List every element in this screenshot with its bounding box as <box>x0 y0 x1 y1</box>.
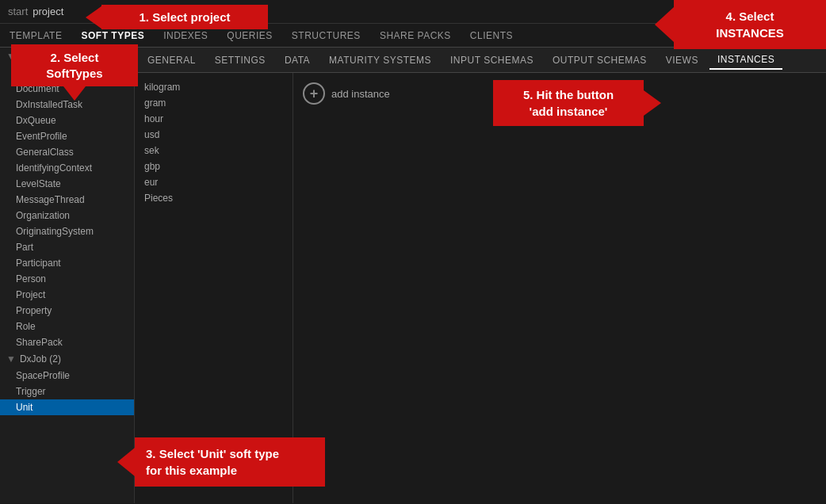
sidebar-item-role[interactable]: Role <box>0 319 134 334</box>
sidebar-item-messagethread[interactable]: MessageThread <box>0 192 134 208</box>
sidebar-item-originatingsystem[interactable]: OriginatingSystem <box>0 223 134 239</box>
sidebar-item-generalclass[interactable]: GeneralClass <box>0 144 134 160</box>
nav-tab-template[interactable]: TEMPLATE <box>6 29 65 43</box>
tab-views[interactable]: VIEWS <box>658 52 706 69</box>
tab-output-schemas[interactable]: OUTPUT SCHEMAS <box>545 52 655 69</box>
list-item-pieces[interactable]: Pieces <box>135 190 293 206</box>
tab-data[interactable]: DATA <box>277 52 318 69</box>
annotation-select-instances: 4. Select INSTANCES <box>674 0 826 49</box>
annotation-select-softtypes: 2. Select SoftTypes <box>11 44 138 86</box>
nav-tab-queries[interactable]: QUERIES <box>224 29 276 43</box>
sidebar-item-participant[interactable]: Participant <box>0 255 134 271</box>
nav-tab-sharepacks[interactable]: SHARE PACKS <box>377 29 454 43</box>
sidebar-item-eventprofile[interactable]: EventProfile <box>0 128 134 144</box>
nav-tab-indexes[interactable]: INDEXES <box>160 29 211 43</box>
nav-tab-clients[interactable]: CLIENTS <box>467 29 516 43</box>
project-label: project <box>33 6 63 17</box>
sidebar-item-project[interactable]: Project <box>0 287 134 303</box>
annotation-hit-button: 5. Hit the button 'add instance' <box>493 80 644 126</box>
tab-input-schemas[interactable]: INPUT SCHEMAS <box>442 52 541 69</box>
add-instance-icon: + <box>303 82 325 105</box>
sidebar: ▼ WorkItem (6) Contract Document DxInsta… <box>0 48 135 503</box>
tab-maturity[interactable]: MATURITY SYSTEMS <box>321 52 439 69</box>
sidebar-item-organization[interactable]: Organization <box>0 208 134 223</box>
start-label: start <box>8 6 28 17</box>
sidebar-group-dxjob[interactable]: ▼ DxJob (2) <box>0 350 134 368</box>
main-layout: ▼ WorkItem (6) Contract Document DxInsta… <box>0 48 826 503</box>
list-item-usd[interactable]: usd <box>135 127 293 143</box>
sidebar-item-part[interactable]: Part <box>0 239 134 255</box>
sidebar-item-dxqueue[interactable]: DxQueue <box>0 113 134 128</box>
content-area: GENERAL SETTINGS DATA MATURITY SYSTEMS I… <box>135 48 826 503</box>
sidebar-item-unit[interactable]: Unit <box>0 399 134 415</box>
tab-general[interactable]: GENERAL <box>140 52 204 69</box>
sidebar-item-property[interactable]: Property <box>0 303 134 319</box>
sidebar-item-spaceprofile[interactable]: SpaceProfile <box>0 368 134 384</box>
content-tabs: GENERAL SETTINGS DATA MATURITY SYSTEMS I… <box>135 48 826 73</box>
sidebar-item-person[interactable]: Person <box>0 271 134 287</box>
list-item-hour[interactable]: hour <box>135 111 293 127</box>
add-instance-button[interactable]: + add instance <box>303 82 390 105</box>
list-item-sek[interactable]: sek <box>135 143 293 158</box>
sidebar-item-trigger[interactable]: Trigger <box>0 384 134 399</box>
list-item-gbp[interactable]: gbp <box>135 158 293 174</box>
list-item-gram[interactable]: gram <box>135 95 293 111</box>
list-item-kilogram[interactable]: kilogram <box>135 79 293 95</box>
instances-panel: + add instance <box>293 73 826 503</box>
add-instance-label: add instance <box>331 88 390 100</box>
nav-tab-softtypes[interactable]: SOFT TYPES <box>78 29 147 43</box>
nav-tab-structures[interactable]: STRUCTURES <box>289 29 364 43</box>
sidebar-item-levelstate[interactable]: LevelState <box>0 176 134 192</box>
sidebar-item-identifyingcontext[interactable]: IdentifyingContext <box>0 160 134 176</box>
sidebar-item-sharepack[interactable]: SharePack <box>0 334 134 350</box>
tab-settings[interactable]: SETTINGS <box>207 52 273 69</box>
annotation-select-unit: 3. Select 'Unit' soft type for this exam… <box>135 437 325 487</box>
chevron-down-icon-2: ▼ <box>6 353 16 365</box>
tab-instances[interactable]: INSTANCES <box>709 51 782 70</box>
list-item-eur[interactable]: eur <box>135 174 293 190</box>
